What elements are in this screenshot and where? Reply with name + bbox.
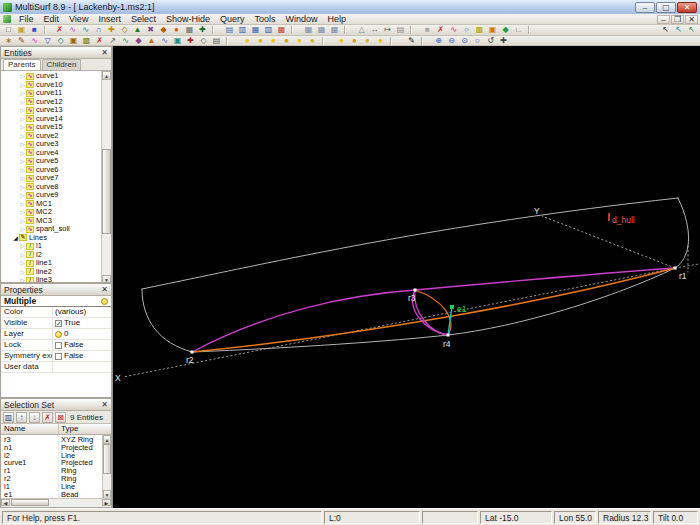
insert-plane-icon[interactable]: ▣: [171, 36, 184, 46]
expand-icon[interactable]: ▷: [19, 98, 26, 106]
insert-line-icon[interactable]: ◇: [54, 36, 67, 46]
tab-children[interactable]: Children: [42, 59, 82, 70]
view-render-window-icon[interactable]: ▦: [275, 25, 288, 35]
menu-file[interactable]: File: [14, 14, 39, 24]
edit-patch-icon[interactable]: ◆: [157, 25, 170, 35]
add-entity-icon[interactable]: ✚: [105, 25, 118, 35]
column-name[interactable]: Name: [1, 424, 59, 434]
point-marker[interactable]: [608, 213, 610, 221]
expand-icon[interactable]: ▷: [19, 140, 26, 148]
insert-magnet-icon[interactable]: ▽: [41, 36, 54, 46]
child-restore-button[interactable]: ❐: [671, 15, 684, 24]
select-add-cursor-icon[interactable]: ↖: [672, 25, 685, 35]
maximize-button[interactable]: ▢: [656, 2, 676, 13]
expand-icon[interactable]: ▷: [19, 174, 26, 182]
edit-surface-icon[interactable]: ◇: [118, 25, 131, 35]
edit-mesh-icon[interactable]: ▦: [183, 25, 196, 35]
point-marker[interactable]: [414, 289, 417, 292]
delete-selected-icon[interactable]: ✗: [93, 36, 106, 46]
hatch-region-icon[interactable]: ▩: [473, 25, 486, 35]
point-marker[interactable]: [191, 351, 194, 354]
hull-stem-curve[interactable]: [675, 198, 689, 268]
edit-curve-icon[interactable]: ∿: [79, 25, 92, 35]
view-split-vertical-icon[interactable]: ▧: [262, 25, 275, 35]
expand-icon[interactable]: ▷: [19, 157, 26, 165]
view-split-quad-icon[interactable]: ▦: [249, 25, 262, 35]
point-marker[interactable]: [674, 267, 677, 270]
selection-row-l1[interactable]: l1Line: [1, 483, 103, 491]
blank-tool-icon[interactable]: ■: [421, 25, 434, 35]
remove-from-set-icon[interactable]: ✗: [42, 412, 53, 423]
scroll-thumb[interactable]: [102, 149, 111, 234]
zoom-window-icon[interactable]: ⊙: [458, 36, 471, 46]
waterline-curve[interactable]: [192, 268, 675, 352]
tree-item-l1[interactable]: ▷/l1: [1, 242, 102, 251]
insert-snake-icon[interactable]: ▩: [80, 36, 93, 46]
insert-surface-icon[interactable]: ◆: [132, 36, 145, 46]
scroll-up-icon[interactable]: ▲: [103, 435, 111, 444]
close-button[interactable]: ✕: [677, 2, 697, 13]
delete-entity-icon[interactable]: ✗: [53, 25, 66, 35]
menu-edit[interactable]: Edit: [39, 14, 65, 24]
point-marker[interactable]: [450, 305, 454, 309]
minimize-button[interactable]: –: [635, 2, 655, 13]
expand-icon[interactable]: ▷: [19, 115, 26, 123]
close-icon[interactable]: ✕: [101, 49, 108, 57]
curvature-profile-icon[interactable]: ∿: [447, 25, 460, 35]
grid-medium-icon[interactable]: ▦: [315, 25, 328, 35]
error-check-icon[interactable]: ✗: [434, 25, 447, 35]
insert-solid-icon[interactable]: ▲: [145, 36, 158, 46]
rotate-view-icon[interactable]: ↺: [484, 36, 497, 46]
selection-row-curve1[interactable]: curve1Projected: [1, 459, 103, 467]
tree-item-Lines[interactable]: ◢✎Lines: [1, 234, 102, 243]
selection-row-r2[interactable]: r2Ring: [1, 475, 103, 483]
show-children-bulb-icon[interactable]: ●: [280, 36, 293, 46]
view-single-window-icon[interactable]: ▤: [223, 25, 236, 35]
expand-icon[interactable]: ▷: [19, 259, 26, 267]
scroll-thumb[interactable]: [11, 499, 49, 506]
3d-viewport[interactable]: YXd_hullr1r2r3r4e1: [113, 46, 700, 508]
selection-list-icon[interactable]: ▥: [3, 412, 14, 423]
extend-line-icon[interactable]: ↦: [381, 25, 394, 35]
close-icon[interactable]: ✕: [101, 286, 108, 294]
circle-check-icon[interactable]: ○: [460, 25, 473, 35]
expand-icon[interactable]: ▷: [19, 191, 26, 199]
chine-line[interactable]: [192, 268, 675, 352]
expand-icon[interactable]: ▷: [19, 268, 26, 276]
menu-window[interactable]: Window: [280, 14, 322, 24]
hide-others-bulb-icon[interactable]: ●: [306, 36, 319, 46]
green-patch-icon[interactable]: ◆: [499, 25, 512, 35]
zoom-out-icon[interactable]: ⊖: [445, 36, 458, 46]
insert-point-icon[interactable]: ∗: [2, 36, 15, 46]
selection-horizontal-scrollbar[interactable]: ◀ ▶: [1, 498, 111, 507]
clear-set-icon[interactable]: ⊠: [55, 412, 66, 423]
property-value[interactable]: False: [53, 351, 111, 361]
close-icon[interactable]: ✕: [101, 401, 108, 409]
scroll-down-icon[interactable]: ▼: [102, 275, 111, 283]
move-up-icon[interactable]: ↑: [16, 412, 27, 423]
open-file-icon[interactable]: ▣: [15, 25, 28, 35]
menu-query[interactable]: Query: [215, 14, 250, 24]
grid-fine-icon[interactable]: ▦: [328, 25, 341, 35]
expand-icon[interactable]: ▷: [19, 106, 26, 114]
insert-frame-icon[interactable]: ✚: [184, 36, 197, 46]
orange-panel-icon[interactable]: ▣: [486, 25, 499, 35]
grid-coarse-icon[interactable]: ▦: [302, 25, 315, 35]
menu-tools[interactable]: Tools: [249, 14, 280, 24]
selection-row-l2[interactable]: l2Line: [1, 452, 103, 460]
scroll-left-icon[interactable]: ◀: [1, 499, 10, 506]
checkbox-unchecked-icon[interactable]: [55, 342, 62, 349]
child-minimize-button[interactable]: –: [657, 15, 670, 24]
show-all-bulb-icon[interactable]: ●: [241, 36, 254, 46]
insert-knot-icon[interactable]: ◇: [197, 36, 210, 46]
menu-select[interactable]: Select: [126, 14, 161, 24]
edit-arc-icon[interactable]: ∩: [92, 25, 105, 35]
digitize-pen-icon[interactable]: ✎: [405, 36, 418, 46]
insert-ring-icon[interactable]: ∿: [28, 36, 41, 46]
expand-icon[interactable]: ▷: [19, 225, 26, 233]
show-parents-bulb-icon[interactable]: ●: [267, 36, 280, 46]
expand-icon[interactable]: ▷: [19, 276, 26, 283]
child-close-button[interactable]: ✕: [685, 15, 698, 24]
insert-contour-icon[interactable]: ∿: [158, 36, 171, 46]
checkbox-checked-icon[interactable]: ✓: [55, 320, 62, 327]
